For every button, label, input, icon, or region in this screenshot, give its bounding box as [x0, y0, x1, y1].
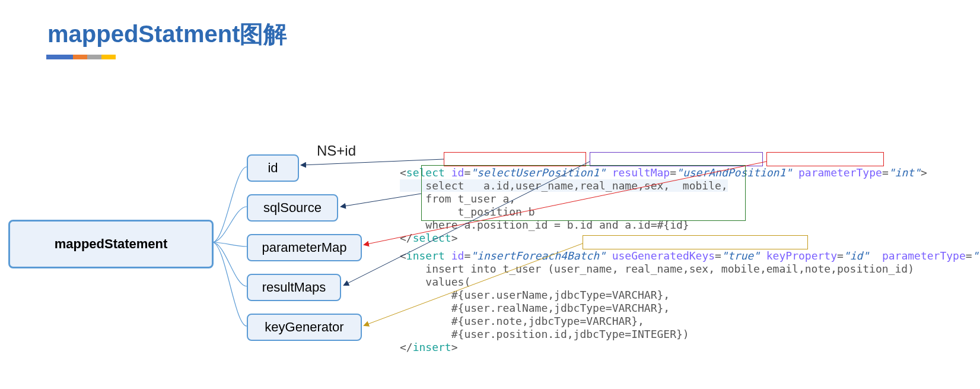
attr-name: parameterType	[798, 166, 882, 179]
node-root-label: mappedStatement	[55, 236, 168, 252]
tag: insert	[413, 341, 451, 353]
node-sqlsource: sqlSource	[247, 194, 338, 222]
box-insert-keys	[583, 235, 808, 249]
attr-name: parameterType	[882, 249, 966, 262]
attr-val: "true"	[721, 249, 760, 262]
attr-val: "id"	[844, 249, 869, 262]
underline-seg	[101, 55, 116, 59]
node-label: parameterMap	[262, 240, 346, 255]
attr-val: "int"	[889, 166, 921, 179]
sql-line: values(	[400, 276, 470, 288]
box-select-body	[421, 165, 746, 221]
sql-line: #{user.position.id,jdbcType=INTEGER})	[400, 328, 689, 340]
node-label: resultMaps	[262, 280, 326, 295]
box-select-paramtype	[766, 152, 884, 166]
sql-line: #{user.note,jdbcType=VARCHAR},	[400, 315, 644, 327]
page-title: mappedStatment图解	[47, 18, 288, 50]
sql-line: #{user.userName,jdbcType=VARCHAR},	[400, 289, 670, 301]
attr-name: keyProperty	[766, 249, 837, 262]
title-underline	[46, 55, 116, 59]
code-insert: <insert id="insertForeach4Batch" useGene…	[400, 236, 980, 354]
underline-seg	[87, 55, 101, 59]
attr-name: id	[451, 249, 464, 262]
node-root: mappedStatement	[8, 220, 214, 268]
node-label: sqlSource	[263, 200, 322, 216]
sql-line: #{user.realName,jdbcType=VARCHAR},	[400, 302, 670, 314]
annot-nsid: NS+id	[317, 143, 356, 159]
underline-seg	[73, 55, 87, 59]
attr-name: useGeneratedKeys	[612, 249, 715, 262]
sql-line: insert into t_user (user_name, real_name…	[400, 263, 914, 275]
attr-val: "TUser"	[972, 249, 980, 262]
node-label: keyGenerator	[265, 320, 343, 335]
node-id: id	[247, 154, 299, 182]
node-label: id	[268, 160, 278, 176]
tag: insert	[406, 249, 445, 262]
underline-seg	[46, 55, 73, 59]
box-select-id	[444, 152, 586, 166]
node-resultmaps: resultMaps	[247, 274, 341, 301]
box-select-resultmap	[590, 152, 763, 166]
node-keygenerator: keyGenerator	[247, 314, 362, 341]
attr-val: "insertForeach4Batch"	[470, 249, 606, 262]
node-parametermap: parameterMap	[247, 234, 362, 261]
